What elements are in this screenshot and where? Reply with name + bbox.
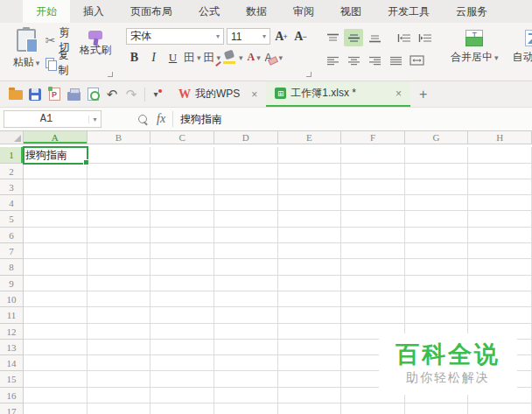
cell-H17[interactable] bbox=[468, 403, 532, 414]
bold-button[interactable]: B bbox=[126, 49, 143, 66]
cell-E8[interactable] bbox=[278, 259, 342, 275]
shrink-font-button[interactable]: A− bbox=[292, 28, 309, 45]
cell-E11[interactable] bbox=[278, 307, 342, 323]
cell-C11[interactable] bbox=[150, 307, 214, 323]
cell-H2[interactable] bbox=[468, 164, 532, 179]
cell-G8[interactable] bbox=[405, 259, 469, 275]
cell-C14[interactable] bbox=[150, 355, 214, 371]
row-header-8[interactable]: 8 bbox=[0, 259, 24, 275]
cell-B3[interactable] bbox=[88, 179, 151, 195]
align-right-button[interactable] bbox=[365, 52, 384, 69]
cell-C10[interactable] bbox=[150, 291, 214, 307]
borders-button[interactable]: 田▾ bbox=[184, 49, 201, 66]
row-header-9[interactable]: 9 bbox=[0, 276, 24, 291]
ribbon-tab-developer[interactable]: 开发工具 bbox=[374, 0, 443, 23]
cell-A5[interactable] bbox=[24, 211, 88, 227]
cell-D14[interactable] bbox=[214, 355, 278, 371]
font-color-button[interactable]: A▾ bbox=[246, 49, 262, 66]
cell-C1[interactable] bbox=[150, 147, 214, 163]
cell-E10[interactable] bbox=[278, 291, 342, 307]
column-header-F[interactable]: F bbox=[341, 131, 405, 144]
cell-B1[interactable] bbox=[88, 147, 151, 163]
cell-F4[interactable] bbox=[341, 195, 405, 211]
underline-button[interactable]: U bbox=[164, 49, 181, 66]
cell-D13[interactable] bbox=[214, 340, 278, 355]
column-header-D[interactable]: D bbox=[214, 131, 278, 144]
cell-B12[interactable] bbox=[88, 324, 151, 340]
open-button[interactable] bbox=[6, 85, 25, 104]
cell-A12[interactable] bbox=[24, 324, 88, 340]
cell-H10[interactable] bbox=[468, 291, 532, 307]
paste-dropdown-caret[interactable]: ▾ bbox=[36, 59, 40, 67]
font-size-select[interactable]: 11 ▾ bbox=[227, 28, 270, 45]
cell-A11[interactable] bbox=[24, 307, 88, 323]
name-box-caret[interactable]: ▾ bbox=[88, 116, 101, 123]
cell-D2[interactable] bbox=[214, 164, 278, 179]
ribbon-tab-insert[interactable]: 插入 bbox=[70, 0, 117, 23]
cell-H5[interactable] bbox=[468, 211, 532, 227]
row-header-11[interactable]: 11 bbox=[0, 307, 24, 323]
copy-button[interactable]: 复制 bbox=[46, 53, 77, 73]
cell-B10[interactable] bbox=[88, 291, 151, 307]
cell-G3[interactable] bbox=[405, 179, 469, 195]
cell-D1[interactable] bbox=[214, 147, 278, 163]
row-header-5[interactable]: 5 bbox=[0, 211, 24, 227]
font-name-select[interactable]: 宋体 ▾ bbox=[126, 28, 224, 45]
align-middle-button[interactable] bbox=[344, 29, 363, 46]
save-button[interactable] bbox=[25, 85, 45, 104]
formula-input[interactable]: 搜狗指南 bbox=[180, 112, 532, 127]
cell-F7[interactable] bbox=[341, 243, 405, 259]
row-header-14[interactable]: 14 bbox=[0, 355, 24, 371]
export-pdf-button[interactable]: P bbox=[45, 85, 64, 104]
cell-C8[interactable] bbox=[150, 259, 214, 275]
cell-A8[interactable] bbox=[24, 259, 88, 275]
cell-F3[interactable] bbox=[341, 179, 405, 195]
cell-E17[interactable] bbox=[278, 403, 342, 414]
cell-F5[interactable] bbox=[341, 211, 405, 227]
ribbon-tab-review[interactable]: 审阅 bbox=[280, 0, 327, 23]
cell-A16[interactable] bbox=[24, 388, 88, 403]
cell-E12[interactable] bbox=[278, 324, 342, 340]
customize-toolbar-caret[interactable]: ▾ bbox=[149, 89, 163, 99]
clipboard-dialog-launcher[interactable] bbox=[108, 72, 113, 77]
italic-button[interactable]: I bbox=[145, 49, 162, 66]
increase-indent-button[interactable] bbox=[416, 29, 435, 46]
align-left-button[interactable] bbox=[323, 52, 342, 69]
cell-G4[interactable] bbox=[405, 195, 469, 211]
new-tab-button[interactable]: + bbox=[410, 81, 436, 107]
row-header-3[interactable]: 3 bbox=[0, 179, 24, 195]
cell-D16[interactable] bbox=[214, 388, 278, 403]
cell-E5[interactable] bbox=[278, 211, 342, 227]
row-header-7[interactable]: 7 bbox=[0, 243, 24, 259]
cell-B14[interactable] bbox=[88, 355, 151, 371]
font-dialog-launcher[interactable] bbox=[306, 72, 312, 77]
ribbon-tab-home[interactable]: 开始 bbox=[23, 0, 70, 23]
cell-B2[interactable] bbox=[88, 164, 151, 179]
cell-E13[interactable] bbox=[278, 340, 342, 355]
cell-G9[interactable] bbox=[405, 276, 469, 291]
cell-B4[interactable] bbox=[88, 195, 151, 211]
cell-C16[interactable] bbox=[150, 388, 214, 403]
select-all-corner[interactable] bbox=[0, 131, 24, 144]
cell-D8[interactable] bbox=[214, 259, 278, 275]
tab-workbook[interactable]: ⊞ 工作簿1.xlsx * × bbox=[266, 81, 410, 107]
ribbon-tab-page-layout[interactable]: 页面布局 bbox=[117, 0, 186, 23]
cell-H6[interactable] bbox=[468, 228, 532, 243]
cell-A10[interactable] bbox=[24, 291, 88, 307]
tab-my-wps[interactable]: W 我的WPS × bbox=[170, 81, 266, 107]
cell-B8[interactable] bbox=[88, 259, 151, 275]
cell-D17[interactable] bbox=[214, 403, 278, 414]
cell-E3[interactable] bbox=[278, 179, 342, 195]
close-tab-icon[interactable]: × bbox=[396, 88, 402, 100]
undo-button[interactable]: ↶ bbox=[102, 85, 122, 104]
cell-G5[interactable] bbox=[405, 211, 469, 227]
format-painter-button[interactable]: 格式刷 bbox=[79, 27, 112, 58]
cell-F1[interactable] bbox=[341, 147, 405, 163]
fill-color-button[interactable]: ▾ bbox=[223, 49, 243, 66]
cell-G6[interactable] bbox=[405, 228, 469, 243]
cell-A3[interactable] bbox=[24, 179, 88, 195]
cell-F2[interactable] bbox=[341, 164, 405, 179]
cell-B17[interactable] bbox=[88, 403, 151, 414]
ribbon-tab-cloud[interactable]: 云服务 bbox=[443, 0, 500, 23]
cell-B7[interactable] bbox=[88, 243, 151, 259]
